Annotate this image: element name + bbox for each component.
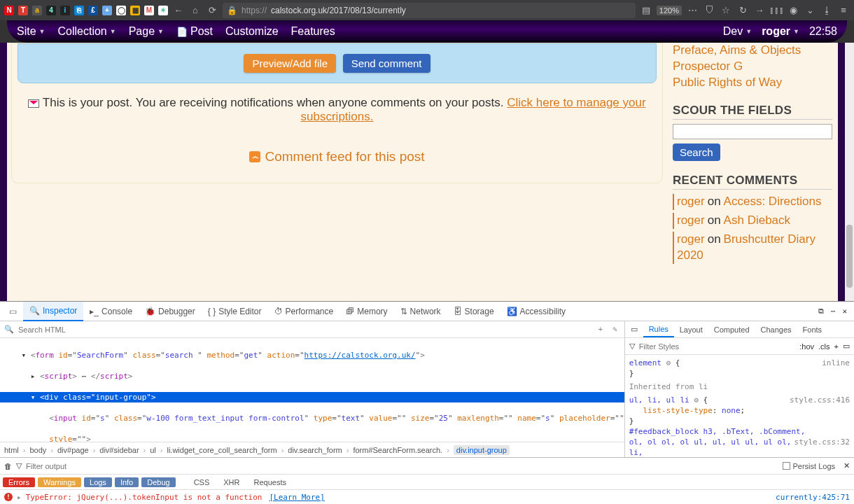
menu-site[interactable]: Site ▼ (17, 25, 46, 38)
menu-page[interactable]: Page ▼ (129, 25, 164, 38)
cat-info[interactable]: Info (115, 477, 139, 487)
forward-icon[interactable]: → (753, 4, 766, 17)
error-location[interactable]: currently:425:71 (776, 493, 850, 502)
styles-filter-input[interactable] (639, 342, 796, 351)
devtools-iframe-icon[interactable]: ▭ (3, 302, 23, 321)
cat-css[interactable]: CSS (188, 477, 216, 487)
search-button[interactable]: Search (673, 144, 720, 161)
cat-errors[interactable]: Errors (3, 477, 35, 487)
console-filter-input[interactable] (26, 462, 778, 470)
cat-requests[interactable]: Requests (248, 477, 292, 487)
library-icon[interactable]: ⫿⫿⫿ (770, 4, 783, 17)
sidebar-link[interactable]: Public Rights of Way (673, 75, 832, 91)
recent-comment[interactable]: rogeronAsh Dieback (673, 213, 832, 229)
cat-xhr[interactable]: XHR (218, 477, 245, 487)
tab-favicon[interactable]: 4 (46, 6, 56, 15)
admin-bar: Site ▼ Collection ▼ Page ▼ 📄Post Customi… (7, 20, 847, 43)
pocket-icon[interactable]: ⌄ (804, 4, 816, 17)
add-rule-icon[interactable]: + (834, 342, 839, 351)
menu-user[interactable]: roger ▼ (762, 25, 799, 38)
menu-dev[interactable]: Dev ▼ (723, 25, 752, 38)
tab-performance[interactable]: ⏱ Performance (268, 302, 340, 321)
tab-favicon[interactable]: ▦ (130, 6, 140, 15)
tab-debugger[interactable]: 🐞 Debugger (139, 302, 202, 321)
hamburger-icon[interactable]: ≡ (837, 4, 850, 17)
tab-favicon[interactable]: a (32, 6, 42, 15)
stab-changes[interactable]: Changes (755, 321, 797, 337)
mail-icon (28, 99, 39, 108)
tab-network[interactable]: ⇅ Network (394, 302, 447, 321)
breadcrumb[interactable]: html› body› div#page› div#sidebar› ul› l… (0, 442, 624, 457)
cat-warnings[interactable]: Warnings (38, 477, 81, 487)
sidebar-link[interactable]: Preface, Aims & Objects (673, 43, 832, 59)
dom-tree[interactable]: ▾ <form id="SearchForm" class="search " … (0, 338, 624, 442)
console-panel: 🗑 ▽ Persist Logs ✕ Errors Warnings Logs … (0, 457, 854, 504)
cls-toggle[interactable]: .cls (818, 342, 830, 351)
hov-toggle[interactable]: :hov (799, 342, 814, 351)
tab-favicon[interactable]: ✶ (158, 6, 168, 15)
tab-accessibility[interactable]: ♿ Accessibility (500, 302, 572, 321)
recent-comment[interactable]: rogeronBrushcutter Diary 2020 (673, 232, 832, 264)
dom-search: 🔍 + ✎ (0, 321, 624, 338)
stab-fonts[interactable]: Fonts (797, 321, 828, 337)
cat-debug[interactable]: Debug (141, 477, 175, 487)
tab-favicon[interactable]: £ (88, 6, 98, 15)
tab-console[interactable]: ▸_ Console (83, 302, 139, 321)
sidebar-link[interactable]: Prospector G (673, 59, 832, 75)
tab-storage[interactable]: 🗄 Storage (447, 302, 500, 321)
url-bar[interactable]: 🔒 https://calstock.org.uk/2017/08/13/cur… (223, 3, 636, 18)
console-close-icon[interactable]: ✕ (844, 461, 850, 470)
tab-favicon[interactable]: T (18, 6, 28, 15)
stab-computed[interactable]: Computed (708, 321, 755, 337)
send-button[interactable]: Send comment (343, 54, 430, 73)
tab-favicon[interactable]: + (102, 6, 112, 15)
reload-icon[interactable]: ↻ (736, 4, 749, 17)
main-column: Preview/Add file Send comment This is yo… (7, 43, 667, 301)
screenshot-icon[interactable]: ◉ (787, 4, 799, 17)
devtools-dock-icon[interactable]: ⧉ (818, 307, 824, 316)
preview-button[interactable]: Preview/Add file (244, 54, 336, 73)
shield-icon[interactable]: ⛉ (703, 4, 715, 17)
refresh-button[interactable]: ⟳ (206, 4, 218, 17)
clock: 22:58 (809, 25, 837, 38)
comment-feed-link[interactable]: ෴ Comment feed for this post (12, 149, 662, 164)
trash-icon[interactable]: 🗑 (4, 462, 12, 470)
recent-comment[interactable]: rogeronAccess: Directions (673, 194, 832, 210)
tab-memory[interactable]: 🗊 Memory (340, 302, 393, 321)
tab-favicon[interactable]: i (60, 6, 70, 15)
learn-more-link[interactable]: [Learn More] (269, 493, 324, 502)
tab-favicon[interactable]: M (144, 6, 154, 15)
stab-layout[interactable]: Layout (674, 321, 708, 337)
cat-logs[interactable]: Logs (84, 477, 112, 487)
tab-inspector[interactable]: 🔍 Inspector (23, 302, 83, 321)
rules-panel-toggle-icon[interactable]: ▭ (625, 321, 643, 337)
eyedropper-icon[interactable]: ✎ (610, 325, 620, 334)
recent-heading: RECENT COMMENTS (673, 174, 832, 190)
tab-favicon[interactable]: N (4, 6, 14, 15)
dom-search-input[interactable] (18, 326, 591, 334)
back-button[interactable]: ← (172, 4, 185, 17)
add-node-icon[interactable]: + (595, 325, 606, 334)
tab-favicon[interactable]: ◯ (116, 6, 126, 15)
star-icon[interactable]: ☆ (720, 4, 732, 17)
menu-collection[interactable]: Collection ▼ (58, 25, 116, 38)
more-icon[interactable]: ⋯ (686, 4, 699, 17)
light-icon[interactable]: ▭ (843, 342, 850, 351)
console-error-line[interactable]: ! ▸ TypeError: jQuery(...).tokenInput is… (0, 490, 854, 504)
download-icon[interactable]: ⭳ (820, 4, 833, 17)
devtools-more-icon[interactable]: ⋯ (831, 307, 836, 316)
stab-rules[interactable]: Rules (643, 321, 674, 337)
persist-logs-checkbox[interactable]: Persist Logs (783, 462, 835, 470)
css-rules[interactable]: element ⚙ {inline } Inherited from li ul… (625, 355, 854, 457)
devtools-close-icon[interactable]: ✕ (842, 307, 847, 316)
page-scrollbar[interactable] (845, 43, 854, 301)
menu-post[interactable]: 📄Post (176, 25, 213, 38)
tab-favicon[interactable]: ⎘ (74, 6, 84, 15)
menu-customize[interactable]: Customize (225, 25, 279, 38)
menu-features[interactable]: Features (291, 25, 335, 38)
reader-icon[interactable]: ▤ (640, 4, 652, 17)
tab-style-editor[interactable]: { } Style Editor (202, 302, 268, 321)
home-button[interactable]: ⌂ (189, 4, 202, 17)
zoom-level[interactable]: 120% (657, 6, 682, 15)
search-input[interactable] (673, 124, 832, 139)
